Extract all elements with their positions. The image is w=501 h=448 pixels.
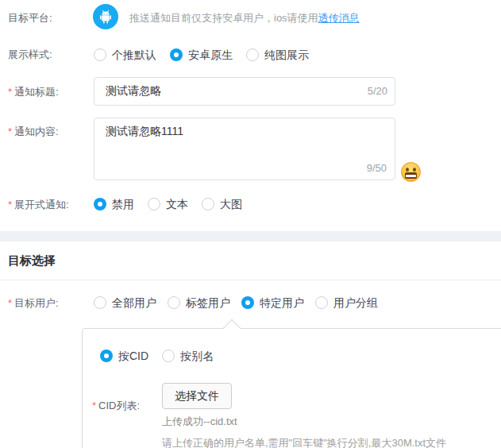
- notification-title-label: *通知标题:: [8, 86, 59, 98]
- emoji-eye: [413, 168, 416, 172]
- passthrough-message-link[interactable]: 透传消息: [318, 12, 360, 24]
- radio-option-getui-default[interactable]: 个推默认: [94, 48, 156, 61]
- radio-option-specific-users[interactable]: 特定用户: [241, 296, 304, 309]
- target-selection-heading: 目标选择: [8, 253, 56, 268]
- radio-icon[interactable]: [162, 350, 175, 362]
- radio-option-by-alias[interactable]: 按别名: [162, 350, 214, 362]
- title-char-counter: 5/20: [368, 85, 387, 97]
- radio-checked-icon[interactable]: [100, 350, 113, 362]
- upload-hint-text: 请上传正确的用户名单,需用"回车键"换行分割,最大30M.txt文件: [162, 437, 446, 448]
- expanded-notification-radio-group: 禁用 文本 大图: [94, 198, 256, 210]
- notification-content-textarea[interactable]: 测试请忽略1111: [94, 118, 395, 160]
- emoji-eye: [406, 168, 409, 172]
- platform-label: 目标平台:: [8, 12, 52, 25]
- emoji-mouth: [405, 172, 417, 179]
- notification-content-label: *通知内容:: [8, 126, 59, 138]
- upload-status-text: 上传成功--cid.txt: [162, 415, 237, 428]
- radio-option-android-native[interactable]: 安卓原生: [170, 48, 233, 61]
- radio-icon[interactable]: [202, 198, 214, 210]
- cid-mode-radio-group: 按CID 按别名: [100, 350, 227, 362]
- expanded-notification-label: *展开式通知:: [8, 199, 69, 211]
- notification-title-input[interactable]: [94, 78, 395, 105]
- panel-arrow-notch: [223, 319, 241, 338]
- radio-checked-icon[interactable]: [170, 48, 183, 61]
- radio-option-disabled[interactable]: 禁用: [94, 198, 134, 210]
- target-user-label: *目标用户:: [8, 297, 59, 310]
- section-underline: [0, 280, 501, 280]
- radio-option-big-image[interactable]: 大图: [202, 198, 242, 210]
- section-divider: [0, 231, 501, 241]
- emoji-teeth: [406, 175, 416, 177]
- radio-option-all-users[interactable]: 全部用户: [94, 296, 156, 309]
- radio-icon[interactable]: [246, 48, 259, 61]
- radio-option-user-groups[interactable]: 用户分组: [315, 296, 378, 309]
- content-char-counter: 9/50: [367, 162, 387, 174]
- radio-checked-icon[interactable]: [241, 296, 254, 309]
- emoji-picker-icon[interactable]: [401, 162, 421, 182]
- radio-option-text[interactable]: 文本: [148, 198, 188, 210]
- radio-icon[interactable]: [94, 48, 106, 61]
- notification-content-field: 测试请忽略1111 9/50: [94, 118, 395, 180]
- radio-icon[interactable]: [148, 198, 160, 210]
- radio-icon[interactable]: [315, 296, 328, 309]
- platform-description-text: 推送通知目前仅支持安卓用户，ios请使用: [129, 12, 318, 24]
- target-user-radio-group: 全部用户 标签用户 特定用户 用户分组: [94, 296, 389, 309]
- platform-description: 推送通知目前仅支持安卓用户，ios请使用透传消息: [129, 12, 360, 25]
- push-form-page: 目标平台: 推送通知目前仅支持安卓用户，ios请使用透传消息 展示样式: 个推默…: [0, 0, 501, 448]
- radio-option-pure-image[interactable]: 纯图展示: [246, 48, 309, 61]
- radio-icon[interactable]: [168, 296, 180, 309]
- radio-option-by-cid[interactable]: 按CID: [100, 350, 148, 362]
- cid-list-label: *CID列表:: [92, 400, 140, 412]
- display-style-radio-group: 个推默认 安卓原生 纯图展示: [94, 48, 322, 61]
- radio-checked-icon[interactable]: [94, 198, 106, 210]
- radio-option-tag-users[interactable]: 标签用户: [168, 296, 230, 309]
- android-robot-glyph: [97, 8, 114, 25]
- radio-icon[interactable]: [94, 296, 106, 309]
- android-icon: [93, 4, 118, 29]
- specific-user-panel: 按CID 按别名 *CID列表: 选择文件 上传成功--cid.txt 请上传正…: [82, 328, 501, 448]
- display-style-label: 展示样式:: [8, 48, 52, 61]
- notification-title-field: 5/20: [94, 77, 395, 106]
- choose-file-button[interactable]: 选择文件: [162, 383, 232, 409]
